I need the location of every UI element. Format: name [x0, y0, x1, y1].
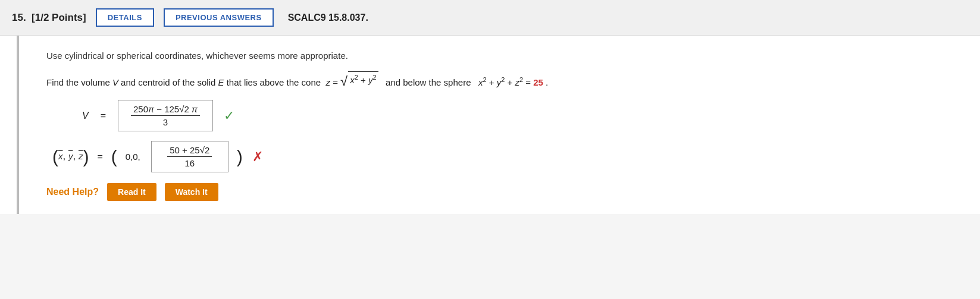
centroid-equals: =: [97, 152, 102, 162]
v-check-icon: ✓: [224, 108, 234, 124]
v-fraction: 250π − 125√2 π 3: [131, 104, 200, 127]
sphere-rhs: 25: [533, 77, 543, 87]
v-label: V: [82, 111, 89, 121]
v-answer-box[interactable]: 250π − 125√2 π 3: [118, 100, 213, 131]
sqrt-expression: √ x2 + y2: [340, 71, 378, 88]
need-help-label: Need Help?: [46, 187, 99, 197]
v-numerator: 250π − 125√2 π: [131, 104, 200, 116]
centroid-open-paren: (: [111, 148, 117, 166]
centroid-cross-icon: ✗: [252, 149, 263, 165]
problem-description: Find the volume V and centroid of the so…: [46, 71, 962, 90]
centroid-answer-box[interactable]: 50 + 25√2 16: [151, 141, 228, 172]
need-help-row: Need Help? Read It Watch It: [46, 183, 962, 201]
header-bar: 15. [1/2 Points] DETAILS PREVIOUS ANSWER…: [0, 0, 980, 36]
v-equation-row: V = 250π − 125√2 π 3 ✓: [82, 100, 962, 131]
previous-answers-button[interactable]: PREVIOUS ANSWERS: [164, 8, 274, 27]
read-it-button[interactable]: Read It: [107, 183, 156, 201]
details-button[interactable]: DETAILS: [96, 8, 154, 27]
centroid-zeros: 0,0,: [126, 152, 140, 162]
watch-it-button[interactable]: Watch It: [165, 183, 218, 201]
scalc-reference: SCALC9 15.8.037.: [288, 12, 368, 23]
instruction-text: Use cylindrical or spherical coordinates…: [46, 49, 962, 63]
question-number: 15. [1/2 Points]: [12, 12, 86, 24]
main-content: Use cylindrical or spherical coordinates…: [35, 36, 980, 214]
sphere-eq: x2 + y2 + z2 = 25: [478, 77, 546, 87]
centroid-denominator: 16: [182, 157, 197, 168]
e-variable: E: [218, 77, 224, 87]
centroid-label: (x, y, z): [52, 148, 89, 166]
centroid-fraction: 50 + 25√2 16: [167, 145, 212, 168]
v-denominator: 3: [161, 116, 170, 127]
centroid-numerator: 50 + 25√2: [167, 145, 212, 157]
centroid-equation-row: (x, y, z) = ( 0,0, 50 + 25√2 16 ) ✗: [52, 141, 962, 172]
v-variable: V: [112, 77, 118, 87]
centroid-close-paren: ): [237, 148, 243, 166]
z-eq-label: z =: [325, 77, 337, 87]
equals-v: =: [101, 111, 106, 121]
